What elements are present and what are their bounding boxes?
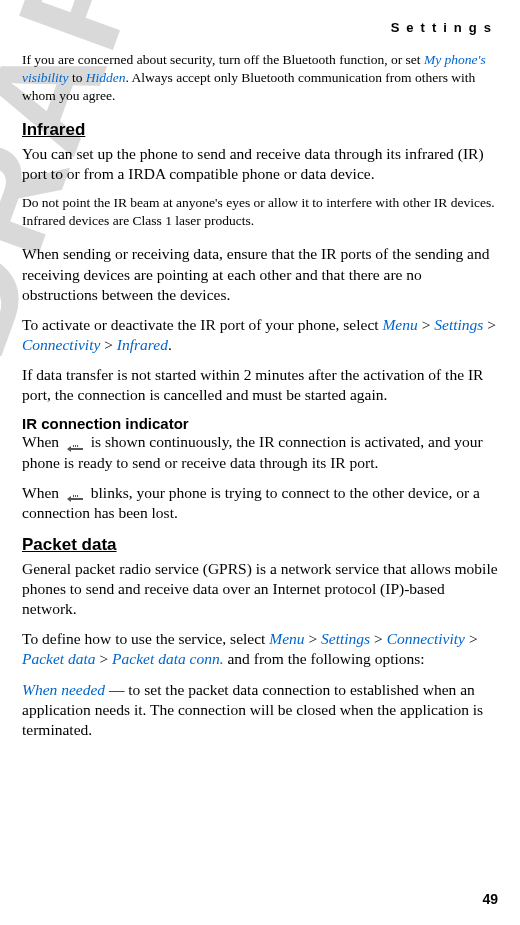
- page-number: 49: [482, 891, 498, 907]
- text: is shown continuously, the IR connection…: [22, 433, 483, 470]
- bluetooth-note: If you are concerned about security, tur…: [22, 51, 498, 106]
- link-packet-data: Packet data: [22, 650, 96, 667]
- text: To activate or deactivate the IR port of…: [22, 316, 382, 333]
- link-infrared: Infrared: [117, 336, 168, 353]
- text: >: [370, 630, 387, 647]
- text: >: [465, 630, 478, 647]
- page-header: Settings: [22, 20, 498, 35]
- text: blinks, your phone is trying to connect …: [22, 484, 480, 521]
- text: >: [96, 650, 113, 667]
- link-menu: Menu: [269, 630, 304, 647]
- infrared-warning: Do not point the IR beam at anyone's eye…: [22, 194, 498, 230]
- text: >: [305, 630, 322, 647]
- link-menu: Menu: [382, 316, 417, 333]
- text: to: [69, 70, 86, 85]
- text: When: [22, 484, 63, 501]
- text: >: [483, 316, 496, 333]
- infrared-p5: If data transfer is not started within 2…: [22, 365, 498, 405]
- text: If you are concerned about security, tur…: [22, 52, 424, 67]
- infrared-p1: You can set up the phone to send and rec…: [22, 144, 498, 184]
- ir-indicator-icon: [65, 489, 85, 499]
- link-settings: Settings: [321, 630, 370, 647]
- text: >: [100, 336, 117, 353]
- text: and from the following options:: [224, 650, 425, 667]
- link-settings: Settings: [434, 316, 483, 333]
- text: >: [418, 316, 435, 333]
- text: To define how to use the service, select: [22, 630, 269, 647]
- link-connectivity: Connectivity: [387, 630, 465, 647]
- infrared-activate: To activate or deactivate the IR port of…: [22, 315, 498, 355]
- infrared-heading: Infrared: [22, 120, 498, 140]
- text: When: [22, 433, 63, 450]
- packet-when-needed: When needed — to set the packet data con…: [22, 680, 498, 740]
- ir-indicator-p1: When is shown continuously, the IR conne…: [22, 432, 498, 472]
- ir-indicator-heading: IR connection indicator: [22, 415, 498, 432]
- page-content: Settings If you are concerned about secu…: [22, 20, 498, 740]
- link-packet-data-conn: Packet data conn.: [112, 650, 223, 667]
- link-hidden: Hidden: [86, 70, 126, 85]
- packet-data-heading: Packet data: [22, 535, 498, 555]
- infrared-p3: When sending or receiving data, ensure t…: [22, 244, 498, 304]
- text: .: [168, 336, 172, 353]
- link-when-needed: When needed: [22, 681, 105, 698]
- link-connectivity: Connectivity: [22, 336, 100, 353]
- ir-indicator-p2: When blinks, your phone is trying to con…: [22, 483, 498, 523]
- packet-p1: General packet radio service (GPRS) is a…: [22, 559, 498, 619]
- ir-indicator-icon: [65, 439, 85, 449]
- packet-define: To define how to use the service, select…: [22, 629, 498, 669]
